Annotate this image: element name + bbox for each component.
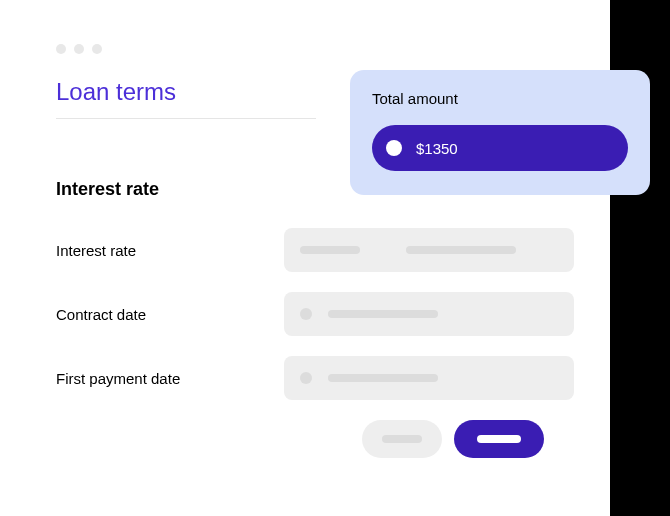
action-buttons [56, 420, 574, 458]
maximize-icon[interactable] [92, 44, 102, 54]
placeholder-line [328, 374, 438, 382]
field-label: Interest rate [56, 242, 136, 259]
cancel-button[interactable] [362, 420, 442, 458]
contract-date-input[interactable] [284, 292, 574, 336]
placeholder-line [328, 310, 438, 318]
minimize-icon[interactable] [74, 44, 84, 54]
form-row-interest-rate: Interest rate [56, 228, 574, 272]
placeholder-line [382, 435, 422, 443]
form-row-contract-date: Contract date [56, 292, 574, 336]
placeholder-line [300, 246, 360, 254]
calendar-icon [300, 308, 312, 320]
divider [56, 118, 316, 119]
field-label: Contract date [56, 306, 146, 323]
total-amount-value: $1350 [416, 140, 458, 157]
interest-rate-input[interactable] [284, 228, 574, 272]
close-icon[interactable] [56, 44, 66, 54]
total-amount-pill[interactable]: $1350 [372, 125, 628, 171]
calendar-icon [300, 372, 312, 384]
placeholder-line [477, 435, 521, 443]
form-row-first-payment: First payment date [56, 356, 574, 400]
submit-button[interactable] [454, 420, 544, 458]
window-controls [56, 44, 574, 54]
radio-icon [386, 140, 402, 156]
total-amount-card: Total amount $1350 [350, 70, 650, 195]
first-payment-input[interactable] [284, 356, 574, 400]
total-amount-label: Total amount [372, 90, 628, 107]
placeholder-line [406, 246, 516, 254]
field-label: First payment date [56, 370, 180, 387]
